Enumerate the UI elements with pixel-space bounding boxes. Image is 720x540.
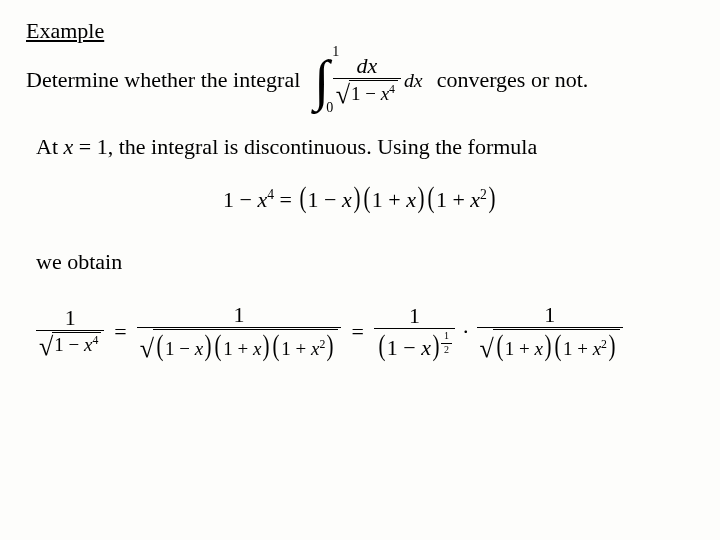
term-lhs: 1 √ 1 − x4 — [36, 306, 104, 358]
factorization-formula: 1 − x4 = (1 − x)(1 + x)(1 + x2) — [26, 182, 694, 213]
term-r1: 1 (1 − x)12 — [374, 304, 455, 360]
m1v: x — [195, 338, 203, 359]
text-determine: Determine whether the integral — [26, 67, 300, 93]
f2a: 1 + — [372, 187, 406, 212]
lhs-var: x — [258, 187, 268, 212]
m1a: 1 − — [165, 338, 195, 359]
m3v: x — [311, 338, 319, 359]
radicand-exp: 4 — [389, 82, 395, 95]
sentence-discontinuous: At x = 1, the integral is discontinuous.… — [36, 134, 694, 160]
q3e: 2 — [601, 338, 607, 351]
integral-upper: 1 — [332, 44, 339, 60]
radical-icon: √ — [140, 336, 154, 362]
term-mid: 1 √ (1 − x)(1 + x)(1 + x2) — [137, 303, 342, 360]
text-we-obtain: we obtain — [36, 249, 694, 275]
n1: 1 — [62, 306, 79, 329]
f1v: x — [342, 187, 352, 212]
text-rest: = 1, the integral is discontinuous. Usin… — [73, 134, 537, 159]
m3e: 2 — [320, 338, 326, 351]
equals-1: = — [110, 319, 130, 345]
lhs-const: 1 − — [223, 187, 257, 212]
integral-lower: 0 — [326, 100, 333, 116]
f2v: x — [406, 187, 416, 212]
m3a: 1 + — [281, 338, 311, 359]
text-converges: converges or not. — [437, 67, 589, 93]
q2v: x — [535, 338, 543, 359]
ebot: 2 — [441, 345, 452, 356]
lhs-exp: 4 — [267, 187, 274, 202]
radicand-const: 1 − — [351, 83, 381, 104]
text-at: At — [36, 134, 64, 159]
sentence-integral: Determine whether the integral 1 ∫ 0 dx … — [26, 54, 694, 106]
radical-icon: √ — [480, 336, 494, 362]
integral-expression: 1 ∫ 0 dx √ 1 − x4 dx — [314, 54, 422, 106]
m2v: x — [253, 338, 261, 359]
radical-icon: √ — [336, 82, 350, 108]
radical-icon: √ — [39, 334, 53, 360]
r1a: 1 − — [387, 335, 421, 360]
equals-2: = — [347, 319, 367, 345]
l1a: 1 − — [54, 334, 84, 355]
f3a: 1 + — [436, 187, 470, 212]
q3a: 1 + — [563, 338, 593, 359]
l1e: 4 — [92, 334, 98, 347]
f1a: 1 − — [308, 187, 342, 212]
q3v: x — [593, 338, 601, 359]
f3v: x — [470, 187, 480, 212]
heading-example: Example — [26, 18, 694, 44]
equals-sign: = — [280, 187, 298, 212]
integral-numerator: dx — [356, 53, 377, 78]
integral-trailing-dx: dx — [404, 69, 423, 92]
dot-icon: · — [461, 319, 471, 345]
equation-chain: 1 √ 1 − x4 = 1 √ (1 − x)(1 + x)(1 + x2) — [36, 303, 694, 360]
n4: 1 — [541, 303, 558, 326]
var-x: x — [64, 134, 74, 159]
n3: 1 — [406, 304, 423, 327]
integral-symbol-icon: ∫ — [314, 54, 329, 106]
term-r2: 1 √ (1 + x)(1 + x2) — [477, 303, 623, 360]
r1v: x — [421, 335, 431, 360]
q2a: 1 + — [505, 338, 535, 359]
m2a: 1 + — [223, 338, 253, 359]
f3e: 2 — [480, 187, 487, 202]
n2: 1 — [231, 303, 248, 326]
radicand-var: x — [381, 83, 389, 104]
etop: 1 — [441, 331, 452, 342]
